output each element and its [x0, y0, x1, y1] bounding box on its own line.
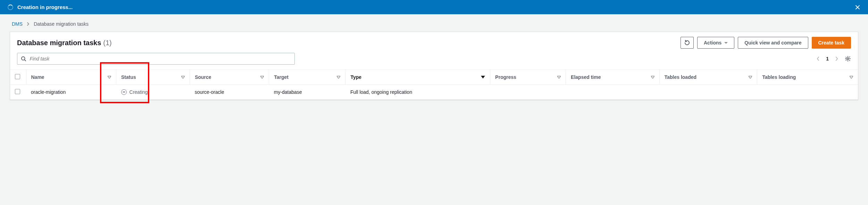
- cell-name: oracle-migration: [26, 85, 116, 100]
- spinner-icon: [8, 5, 13, 10]
- select-all-checkbox[interactable]: [15, 74, 20, 79]
- cell-status: ••• Creating: [116, 85, 190, 100]
- svg-marker-10: [651, 76, 654, 79]
- cell-target: my-database: [269, 85, 345, 100]
- col-name[interactable]: Name: [26, 70, 116, 85]
- col-elapsed[interactable]: Elapsed time: [566, 70, 660, 85]
- svg-marker-8: [337, 76, 340, 79]
- row-checkbox[interactable]: [15, 89, 20, 94]
- quick-view-label: Quick view and compare: [744, 39, 801, 46]
- col-type[interactable]: Type: [345, 70, 490, 85]
- svg-marker-9: [557, 76, 561, 79]
- actions-dropdown[interactable]: Actions: [697, 37, 734, 49]
- actions-label: Actions: [704, 39, 721, 46]
- svg-marker-5: [108, 76, 111, 79]
- progress-banner: Creation in progress...: [0, 0, 868, 14]
- status-pending-icon: •••: [121, 89, 127, 95]
- next-page-button[interactable]: [835, 56, 838, 62]
- cell-tables-loading: [757, 85, 858, 100]
- col-source[interactable]: Source: [190, 70, 269, 85]
- search-input[interactable]: [30, 56, 291, 62]
- prev-page-button[interactable]: [816, 56, 820, 62]
- settings-button[interactable]: [845, 56, 851, 62]
- cell-tables-loaded: [659, 85, 757, 100]
- col-tables-loaded[interactable]: Tables loaded: [659, 70, 757, 85]
- breadcrumb-root[interactable]: DMS: [12, 21, 23, 27]
- search-icon: [21, 56, 26, 62]
- page-number: 1: [826, 56, 829, 62]
- breadcrumb-current: Database migration tasks: [34, 21, 89, 27]
- breadcrumb: DMS Database migration tasks: [10, 21, 858, 27]
- svg-line-3: [25, 60, 26, 61]
- svg-marker-7: [260, 76, 264, 79]
- cell-elapsed: [566, 85, 660, 100]
- tasks-panel: Database migration tasks (1) Actions Qui…: [10, 32, 858, 100]
- svg-marker-11: [749, 76, 752, 79]
- svg-point-4: [847, 58, 849, 60]
- col-target[interactable]: Target: [269, 70, 345, 85]
- col-tables-loading[interactable]: Tables loading: [757, 70, 858, 85]
- svg-marker-12: [850, 76, 853, 79]
- panel-title: Database migration tasks (1): [17, 39, 112, 47]
- caret-down-icon: [724, 42, 728, 44]
- col-status[interactable]: Status: [116, 70, 190, 85]
- refresh-icon: [684, 40, 690, 46]
- quick-view-button[interactable]: Quick view and compare: [738, 37, 808, 49]
- create-task-button[interactable]: Create task: [812, 37, 851, 49]
- status-text: Creating: [130, 89, 148, 95]
- svg-marker-6: [181, 76, 185, 79]
- table-row[interactable]: oracle-migration ••• Creating source-ora…: [10, 85, 858, 100]
- create-task-label: Create task: [818, 39, 845, 46]
- tasks-table: Name Status Source Target Type Progress …: [10, 69, 858, 100]
- search-box[interactable]: [17, 53, 295, 65]
- cell-type: Full load, ongoing replication: [345, 85, 490, 100]
- panel-title-text: Database migration tasks: [17, 39, 101, 47]
- paginator: 1: [816, 56, 851, 62]
- chevron-right-icon: [27, 22, 30, 26]
- col-progress[interactable]: Progress: [490, 70, 566, 85]
- cell-source: source-oracle: [190, 85, 269, 100]
- close-banner-button[interactable]: [855, 5, 860, 10]
- panel-count: (1): [103, 39, 111, 47]
- refresh-button[interactable]: [681, 37, 694, 49]
- cell-progress: [490, 85, 566, 100]
- banner-title: Creation in progress...: [17, 4, 73, 10]
- sort-desc-icon: [481, 76, 485, 79]
